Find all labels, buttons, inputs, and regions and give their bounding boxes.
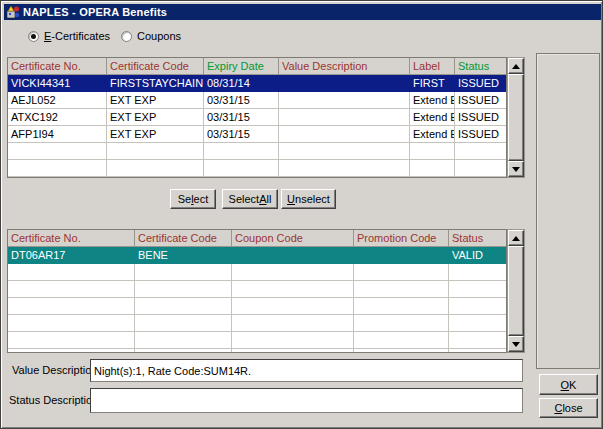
table-header-row: Certificate No.Certificate CodeExpiry Da… — [8, 58, 506, 75]
table-cell — [449, 281, 507, 298]
table-cell — [107, 160, 204, 177]
table-cell: ISSUED — [455, 75, 507, 92]
table-cell — [279, 75, 410, 92]
column-header: Coupon Code — [232, 230, 354, 247]
status-description-field[interactable] — [90, 388, 523, 413]
value-description-field[interactable] — [90, 359, 523, 382]
table-row[interactable] — [8, 349, 506, 353]
table-cell — [354, 247, 449, 264]
column-header: Status — [449, 230, 507, 247]
table-row[interactable] — [8, 143, 506, 160]
table-cell: EXT EXP — [107, 92, 204, 109]
table-cell — [455, 143, 507, 160]
table-cell — [232, 332, 354, 349]
unselect-button[interactable]: Unselect — [281, 189, 336, 209]
column-header: Expiry Date — [204, 58, 279, 75]
table-cell: 03/31/15 — [204, 109, 279, 126]
table-cell — [232, 315, 354, 332]
table-cell: EXT EXP — [107, 126, 204, 143]
radio-e-certificates[interactable]: E-Certificates — [28, 30, 110, 42]
table-cell — [8, 160, 107, 177]
table-cell — [8, 332, 135, 349]
scroll-down-button[interactable] — [508, 161, 524, 177]
coupons-table: Certificate No.Certificate CodeCoupon Co… — [7, 229, 507, 353]
table-row[interactable]: AFP1I94EXT EXP03/31/15Extend ExpISSUED — [8, 126, 506, 143]
certificates-table-scrollbar[interactable] — [507, 57, 525, 178]
table-cell — [279, 160, 410, 177]
table-cell — [135, 349, 232, 353]
coupons-table-scrollbar[interactable] — [507, 229, 525, 353]
table-cell — [279, 143, 410, 160]
table-cell — [232, 349, 354, 353]
table-cell — [8, 349, 135, 353]
table-cell — [135, 298, 232, 315]
table-row[interactable]: ATXC192EXT EXP03/31/15Extend ExpISSUED — [8, 109, 506, 126]
radio-button-icon — [121, 31, 132, 42]
table-cell — [232, 298, 354, 315]
ok-button[interactable]: OK — [539, 374, 598, 395]
table-row[interactable]: AEJL052EXT EXP03/31/15Extend ExpISSUED — [8, 92, 506, 109]
titlebar[interactable]: NAPLES - OPERA Benefits — [4, 4, 601, 20]
table-cell — [8, 315, 135, 332]
scroll-up-button[interactable] — [508, 230, 524, 246]
table-cell: FIRST — [410, 75, 455, 92]
scroll-up-button[interactable] — [508, 58, 524, 74]
arrow-up-icon — [512, 64, 520, 69]
close-button[interactable]: Close — [539, 398, 598, 418]
table-cell — [135, 315, 232, 332]
column-header: Status — [455, 58, 507, 75]
table-cell — [204, 160, 279, 177]
table-row[interactable]: DT06AR17BENEVALID — [8, 247, 506, 264]
select-button[interactable]: Select — [170, 189, 216, 209]
table-cell — [8, 143, 107, 160]
table-cell — [135, 332, 232, 349]
radio-coupons[interactable]: Coupons — [121, 30, 181, 42]
table-cell: EXT EXP — [107, 109, 204, 126]
table-cell: Extend Exp — [410, 109, 455, 126]
side-panel-frame — [536, 53, 600, 369]
radio-label: E-Certificates — [44, 30, 110, 42]
table-cell: 03/31/15 — [204, 126, 279, 143]
table-cell — [354, 315, 449, 332]
table-cell: VALID — [449, 247, 507, 264]
table-row[interactable] — [8, 160, 506, 177]
table-cell — [232, 264, 354, 281]
select-all-button[interactable]: Select All — [222, 189, 278, 209]
table-cell: ISSUED — [455, 92, 507, 109]
table-cell — [279, 92, 410, 109]
table-cell: FIRSTSTAYCHAIN — [107, 75, 204, 92]
window-icon[interactable] — [6, 5, 20, 19]
table-cell — [107, 143, 204, 160]
table-row[interactable] — [8, 264, 506, 281]
table-row[interactable] — [8, 315, 506, 332]
table-row[interactable] — [8, 281, 506, 298]
table-cell — [449, 264, 507, 281]
table-cell — [135, 281, 232, 298]
table-cell — [354, 281, 449, 298]
table-cell — [354, 264, 449, 281]
table-cell: VICKI44341 — [8, 75, 107, 92]
scroll-thumb[interactable] — [508, 74, 524, 161]
column-header: Certificate Code — [107, 58, 204, 75]
table-cell: Extend Exp — [410, 92, 455, 109]
table-cell — [354, 349, 449, 353]
certificates-table: Certificate No.Certificate CodeExpiry Da… — [7, 57, 507, 178]
window-title: NAPLES - OPERA Benefits — [23, 6, 167, 18]
table-cell — [410, 160, 455, 177]
table-row[interactable]: VICKI44341FIRSTSTAYCHAIN08/31/14FIRSTISS… — [8, 75, 506, 92]
table-cell: DT06AR17 — [8, 247, 135, 264]
table-cell — [8, 298, 135, 315]
scroll-thumb[interactable] — [508, 246, 524, 336]
table-cell: 08/31/14 — [204, 75, 279, 92]
table-cell: 03/31/15 — [204, 92, 279, 109]
column-header: Label — [410, 58, 455, 75]
table-cell: ISSUED — [455, 109, 507, 126]
table-cell: BENE — [135, 247, 232, 264]
table-cell — [410, 143, 455, 160]
table-row[interactable] — [8, 332, 506, 349]
arrow-down-icon — [512, 342, 520, 347]
column-header: Certificate Code — [135, 230, 232, 247]
table-cell: AEJL052 — [8, 92, 107, 109]
scroll-down-button[interactable] — [508, 336, 524, 352]
table-row[interactable] — [8, 298, 506, 315]
